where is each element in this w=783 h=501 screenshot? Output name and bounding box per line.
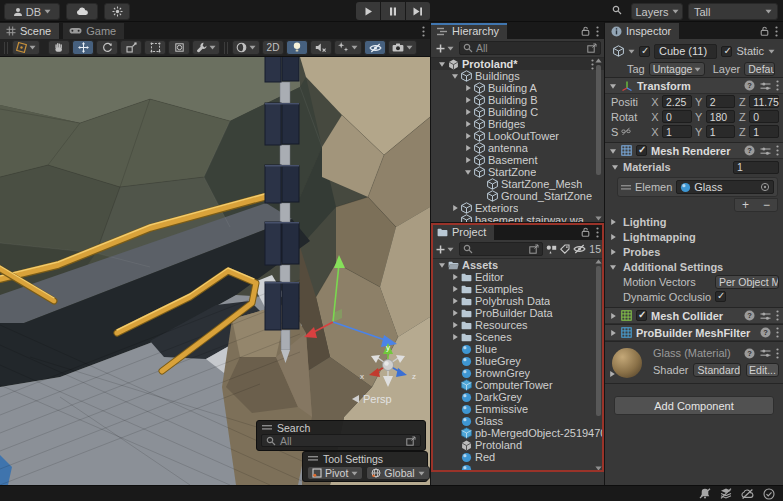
hierarchy-item[interactable]: StartZone bbox=[431, 166, 604, 178]
rotation-x-field[interactable]: 0 bbox=[662, 110, 692, 123]
notifications-muted-icon[interactable] bbox=[699, 488, 711, 499]
hierarchy-item[interactable]: Ground_StartZone bbox=[431, 190, 604, 202]
presets-icon[interactable] bbox=[760, 348, 771, 359]
foldout-closed-icon[interactable] bbox=[449, 321, 460, 329]
panel-menu-icon[interactable] bbox=[775, 26, 778, 37]
name-field[interactable]: Cube (11) bbox=[654, 44, 717, 59]
foldout-open-icon[interactable] bbox=[609, 82, 617, 90]
lighting-toggle-button[interactable] bbox=[286, 40, 308, 55]
layer-dropdown[interactable]: Defau bbox=[744, 62, 775, 76]
hierarchy-item[interactable]: StartZone_Mesh bbox=[431, 178, 604, 190]
project-item[interactable] bbox=[431, 463, 604, 472]
cache-server-disabled-icon[interactable] bbox=[720, 488, 732, 499]
foldout-open-icon[interactable] bbox=[436, 60, 447, 68]
panel-menu-icon[interactable] bbox=[422, 26, 425, 37]
foldout-closed-icon[interactable] bbox=[462, 120, 473, 128]
foldout-closed-icon[interactable] bbox=[462, 156, 473, 164]
help-icon[interactable]: ? bbox=[744, 145, 755, 156]
project-item[interactable]: BrownGrey bbox=[431, 367, 604, 379]
remove-material-button[interactable]: − bbox=[756, 199, 777, 211]
material-object-field[interactable]: Glass bbox=[676, 180, 774, 194]
layout-dropdown[interactable]: Tall bbox=[688, 3, 778, 20]
project-item[interactable]: ComputerTower bbox=[431, 379, 604, 391]
foldout-closed-icon[interactable] bbox=[449, 273, 460, 281]
active-checkbox[interactable] bbox=[639, 46, 650, 57]
object-picker-icon[interactable] bbox=[760, 182, 770, 192]
dynamic-occlusion-checkbox[interactable] bbox=[715, 291, 726, 302]
project-item[interactable]: pb-MergedObject-2519470 bbox=[431, 427, 604, 439]
panel-menu-icon[interactable] bbox=[596, 26, 599, 37]
position-z-field[interactable]: 11.75 bbox=[749, 95, 779, 108]
help-icon[interactable]: ? bbox=[744, 348, 755, 359]
chevron-down-icon[interactable] bbox=[768, 49, 775, 54]
foldout-closed-icon[interactable] bbox=[449, 204, 460, 212]
transform-header[interactable]: Transform ? bbox=[605, 77, 783, 94]
scene-search-input[interactable]: All bbox=[261, 434, 421, 447]
hierarchy-item[interactable]: Building C bbox=[431, 106, 604, 118]
scroll-down-icon[interactable] bbox=[595, 466, 602, 471]
project-item[interactable]: Assets bbox=[431, 259, 604, 271]
search-picker-icon[interactable] bbox=[529, 244, 539, 254]
step-button[interactable] bbox=[406, 2, 430, 20]
presets-icon[interactable] bbox=[760, 81, 771, 91]
position-x-field[interactable]: 2.25 bbox=[662, 95, 692, 108]
rotation-z-field[interactable]: 0 bbox=[749, 110, 779, 123]
lock-icon[interactable] bbox=[581, 26, 590, 36]
drag-handle-icon[interactable] bbox=[308, 455, 318, 462]
cloud-sync-disabled-icon[interactable] bbox=[741, 489, 754, 499]
hierarchy-item[interactable]: antenna bbox=[431, 142, 604, 154]
project-search-input[interactable] bbox=[459, 242, 543, 256]
tab-game[interactable]: Game bbox=[63, 23, 124, 39]
lighting-foldout[interactable]: Lighting bbox=[605, 214, 783, 229]
help-icon[interactable]: ? bbox=[760, 327, 771, 338]
hierarchy-add-button[interactable] bbox=[434, 44, 456, 53]
presets-icon[interactable] bbox=[760, 146, 771, 156]
component-menu-icon[interactable] bbox=[776, 145, 779, 156]
move-tool-button[interactable] bbox=[72, 40, 94, 55]
foldout-open-icon[interactable] bbox=[462, 168, 473, 176]
scroll-up-icon[interactable] bbox=[595, 259, 602, 264]
foldout-closed-icon[interactable] bbox=[609, 312, 617, 320]
camera-dropdown[interactable] bbox=[388, 40, 417, 55]
probes-foldout[interactable]: Probes bbox=[605, 244, 783, 259]
pivot-dropdown[interactable]: Pivot bbox=[307, 466, 363, 480]
2d-toggle-button[interactable]: 2D bbox=[262, 40, 284, 55]
panel-menu-icon[interactable] bbox=[596, 227, 599, 238]
pause-button[interactable] bbox=[381, 2, 405, 20]
search-picker-icon[interactable] bbox=[406, 436, 416, 446]
add-material-button[interactable]: + bbox=[735, 199, 756, 211]
rotation-y-field[interactable]: 180 bbox=[706, 110, 736, 123]
edit-shader-button[interactable]: Edit... bbox=[746, 363, 779, 377]
project-item[interactable]: Examples bbox=[431, 283, 604, 295]
scale-y-field[interactable]: 1 bbox=[706, 125, 736, 138]
motion-vectors-dropdown[interactable]: Per Object Mc bbox=[715, 275, 779, 289]
project-item[interactable]: Emmissive bbox=[431, 403, 604, 415]
project-item[interactable]: BlueGrey bbox=[431, 355, 604, 367]
shader-dropdown[interactable]: Standard bbox=[693, 363, 741, 377]
visibility-toggle-button[interactable] bbox=[364, 40, 386, 55]
tab-scene[interactable]: Scene bbox=[0, 23, 59, 39]
lock-icon[interactable] bbox=[581, 227, 590, 237]
static-checkbox[interactable] bbox=[721, 46, 732, 57]
hierarchy-item[interactable]: Building A bbox=[431, 82, 604, 94]
link-constraint-icon[interactable] bbox=[621, 127, 631, 136]
cloud-button[interactable] bbox=[66, 3, 98, 20]
mesh-collider-checkbox[interactable] bbox=[636, 310, 647, 321]
foldout-closed-icon[interactable] bbox=[462, 108, 473, 116]
foldout-closed-icon[interactable] bbox=[462, 96, 473, 104]
project-add-button[interactable] bbox=[434, 245, 456, 254]
drag-handle-icon[interactable] bbox=[621, 184, 631, 191]
hierarchy-item[interactable]: Exteriors bbox=[431, 202, 604, 214]
add-component-button[interactable]: Add Component bbox=[614, 396, 774, 415]
mesh-renderer-checkbox[interactable] bbox=[636, 145, 647, 156]
tab-hierarchy[interactable]: Hierarchy bbox=[431, 23, 507, 39]
scale-tool-button[interactable] bbox=[120, 40, 142, 55]
component-menu-icon[interactable] bbox=[776, 348, 779, 359]
foldout-closed-icon[interactable] bbox=[609, 329, 617, 337]
foldout-closed-icon[interactable] bbox=[449, 309, 460, 317]
filter-by-type-icon[interactable] bbox=[546, 245, 557, 254]
custom-tool-dropdown[interactable] bbox=[192, 40, 220, 55]
foldout-closed-icon[interactable] bbox=[449, 297, 460, 305]
foldout-open-icon[interactable] bbox=[449, 72, 460, 80]
account-button[interactable]: DB bbox=[4, 3, 60, 20]
